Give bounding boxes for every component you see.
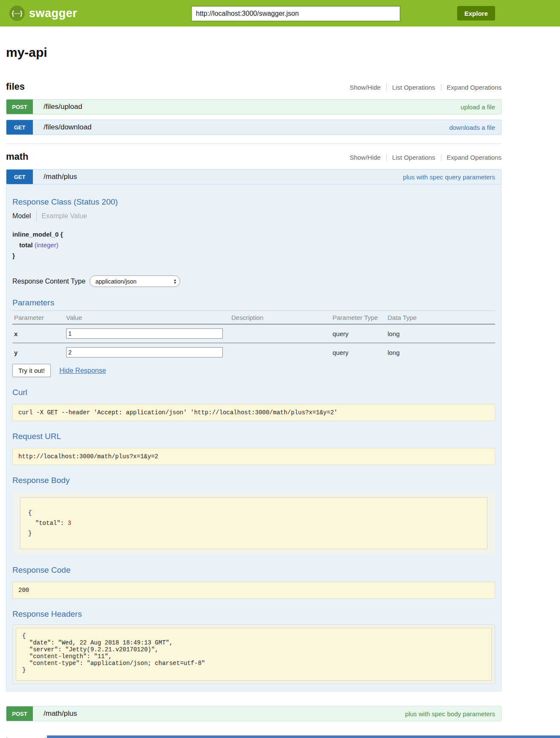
response-content-type-label: Response Content Type <box>12 278 85 285</box>
spec-url-input[interactable] <box>191 6 400 21</box>
operation-row-post-files-upload[interactable]: POST /files/upload upload a file <box>6 99 502 114</box>
try-it-out-button[interactable]: Try it out! <box>12 364 51 377</box>
operation-path[interactable]: /math/plus <box>44 709 77 718</box>
files-section-header: files Show/Hide List Operations Expand O… <box>6 81 502 92</box>
response-body-title: Response Body <box>12 476 495 485</box>
select-arrows-icon <box>174 278 176 284</box>
operation-path[interactable]: /files/download <box>44 123 91 132</box>
parameter-data-type: long <box>386 324 495 343</box>
section-divider <box>6 144 502 144</box>
col-header-value: Value <box>64 311 230 325</box>
main-content: my-api files Show/Hide List Operations E… <box>6 45 502 738</box>
expand-operations-link[interactable]: Expand Operations <box>441 154 502 161</box>
operation-row-post-math-plus[interactable]: POST /math/plus plus with spec body para… <box>6 706 502 721</box>
request-url-title: Request URL <box>12 432 495 441</box>
response-content-type-row: Response Content Type application/json <box>12 275 495 287</box>
operation-row-get-math-plus[interactable]: GET /math/plus plus with spec query para… <box>6 169 502 184</box>
parameter-name: y <box>12 343 64 361</box>
curl-command: curl -X GET --header 'Accept: applicatio… <box>12 404 495 421</box>
swagger-braces-icon: {⋯} <box>9 6 25 21</box>
tab-example-value[interactable]: Example Value <box>42 212 87 220</box>
col-header-data-type: Data Type <box>386 311 495 325</box>
operation-summary-link[interactable]: upload a file <box>461 103 495 111</box>
show-hide-link[interactable]: Show/Hide <box>350 84 381 91</box>
response-content-type-select[interactable]: application/json <box>90 275 180 287</box>
parameter-data-type: long <box>386 343 495 361</box>
response-body-json: { "total": 3 } <box>20 497 487 549</box>
col-header-parameter: Parameter <box>12 311 64 325</box>
swagger-logo-text: swagger <box>29 7 77 20</box>
parameter-type: query <box>331 343 386 361</box>
model-close-line: } <box>12 250 495 261</box>
try-it-row: Try it out! Hide Response <box>12 364 495 377</box>
parameter-description <box>230 324 331 343</box>
swagger-logo[interactable]: {⋯} swagger <box>9 6 77 21</box>
operation-summary-link[interactable]: plus with spec body parameters <box>405 710 495 718</box>
response-headers-json: { "date": "Wed, 22 Aug 2018 18:49:13 GMT… <box>16 628 492 681</box>
files-section-links: Show/Hide List Operations Expand Operati… <box>350 84 502 91</box>
expand-operations-link[interactable]: Expand Operations <box>441 84 502 91</box>
parameter-type: query <box>331 324 386 343</box>
explore-button[interactable]: Explore <box>457 6 495 20</box>
math-section-title[interactable]: math <box>6 151 29 162</box>
parameter-value-input-x[interactable] <box>66 328 223 339</box>
response-code-value: 200 <box>12 582 495 599</box>
operation-detail-panel: Response Class (Status 200) Model Exampl… <box>6 184 502 691</box>
operation-summary-link[interactable]: plus with spec query parameters <box>403 173 495 181</box>
parameters-title: Parameters <box>12 298 495 308</box>
response-body-suffix: } <box>28 530 32 537</box>
list-operations-link[interactable]: List Operations <box>386 84 435 91</box>
method-badge-post[interactable]: POST <box>6 706 33 721</box>
operation-row-get-files-download[interactable]: GET /files/download downloads a file <box>6 120 502 135</box>
parameters-header-row: Parameter Value Description Parameter Ty… <box>12 311 495 325</box>
model-property: total (integer) <box>12 240 495 250</box>
hide-response-link[interactable]: Hide Response <box>59 367 106 375</box>
math-section-links: Show/Hide List Operations Expand Operati… <box>350 154 502 161</box>
operation-path[interactable]: /files/upload <box>44 102 82 111</box>
api-title: my-api <box>6 45 502 60</box>
parameter-row-x: x query long <box>12 324 495 343</box>
col-header-description: Description <box>230 311 331 325</box>
request-url-value: http://localhost:3000/math/plus?x=1&y=2 <box>12 448 495 465</box>
model-signature: inline_model_0 { total (integer) } <box>12 229 495 261</box>
parameter-name: x <box>12 324 64 343</box>
parameter-row-y: y query long <box>12 343 495 361</box>
show-hide-link[interactable]: Show/Hide <box>350 154 381 161</box>
model-property-type: (integer) <box>35 241 58 249</box>
response-content-type-value: application/json <box>95 278 137 285</box>
model-property-name: total <box>19 241 33 249</box>
model-open-line: inline_model_0 { <box>12 229 495 240</box>
tab-model[interactable]: Model <box>12 212 31 220</box>
col-header-parameter-type: Parameter Type <box>331 311 386 325</box>
top-header: {⋯} swagger Explore <box>0 0 560 26</box>
method-badge-get[interactable]: GET <box>6 170 33 184</box>
response-body-container: { "total": 3 } <box>12 492 495 555</box>
footer-info-bar <box>47 735 560 738</box>
operation-path[interactable]: /math/plus <box>44 173 77 181</box>
curl-title: Curl <box>12 388 495 397</box>
operation-summary-link[interactable]: downloads a file <box>449 124 495 131</box>
list-operations-link[interactable]: List Operations <box>386 154 435 161</box>
response-body-prefix: { "total": <box>28 510 67 527</box>
method-badge-get[interactable]: GET <box>6 120 33 135</box>
response-body-number: 3 <box>67 520 71 527</box>
parameter-value-input-y[interactable] <box>66 347 223 357</box>
response-code-title: Response Code <box>12 565 495 575</box>
method-badge-post[interactable]: POST <box>6 100 33 114</box>
model-tabs: Model Example Value <box>12 211 495 222</box>
math-section-header: math Show/Hide List Operations Expand Op… <box>6 151 502 162</box>
response-headers-container: { "date": "Wed, 22 Aug 2018 18:49:13 GMT… <box>12 624 495 684</box>
parameters-table: Parameter Value Description Parameter Ty… <box>12 310 495 361</box>
response-class-title: Response Class (Status 200) <box>12 184 495 207</box>
tab-separator <box>36 211 37 222</box>
parameter-description <box>230 343 331 361</box>
files-section-title[interactable]: files <box>6 81 25 92</box>
response-headers-title: Response Headers <box>12 609 495 619</box>
